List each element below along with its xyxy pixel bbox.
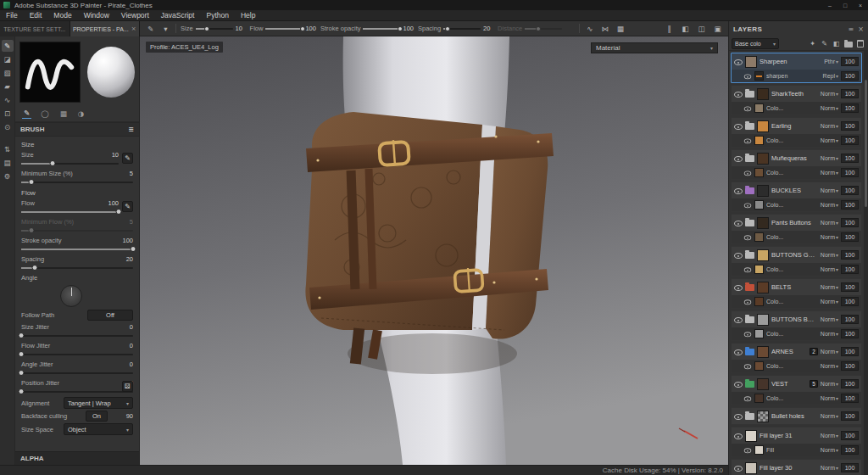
- viewport-split-icon[interactable]: ◫: [696, 23, 707, 34]
- channel-thumbnail[interactable]: [754, 168, 764, 177]
- layer-thumbnail[interactable]: [757, 378, 769, 390]
- layer-name[interactable]: Sharpeen: [760, 58, 821, 65]
- visibility-icon[interactable]: [744, 73, 752, 80]
- opacity-field[interactable]: 100: [841, 71, 859, 81]
- pause-engine-icon[interactable]: ‖: [664, 23, 675, 34]
- opacity-field[interactable]: 100: [841, 200, 859, 210]
- layer-thumbnail[interactable]: [757, 411, 769, 422]
- blend-mode-dropdown[interactable]: Norm▾: [821, 413, 838, 419]
- opacity-field[interactable]: 100: [841, 329, 859, 338]
- opacity-field[interactable]: 100: [841, 394, 859, 403]
- param-size-slider[interactable]: [21, 160, 119, 167]
- layer-name[interactable]: Fill layer 31: [760, 432, 818, 439]
- visibility-icon[interactable]: [744, 363, 752, 370]
- toolbar-param-slider[interactable]: [265, 25, 303, 32]
- toolbar-param-spacing[interactable]: Spacing 20: [418, 25, 493, 32]
- paint-tool-icon[interactable]: ✎: [2, 40, 14, 52]
- brush-tab-icon[interactable]: ✎: [22, 108, 31, 119]
- layer-vest[interactable]: VEST 5 Norm▾ 100 Colo... Norm▾ 100: [731, 375, 862, 405]
- material-tab-icon[interactable]: ◑: [76, 109, 86, 119]
- opacity-field[interactable]: 100: [841, 347, 859, 356]
- opacity-field[interactable]: 100: [841, 57, 859, 66]
- layer-thumbnail[interactable]: [757, 88, 769, 100]
- opacity-field[interactable]: 100: [841, 89, 859, 98]
- brush-preset-icon[interactable]: ✎: [145, 23, 156, 34]
- param-angle-jitter-slider[interactable]: [21, 370, 133, 377]
- channel-name[interactable]: Colo...: [766, 266, 818, 272]
- opacity-field[interactable]: 100: [841, 186, 859, 195]
- alpha-section-header[interactable]: ALPHA: [15, 451, 139, 465]
- visibility-icon[interactable]: [734, 316, 743, 323]
- blend-mode-dropdown[interactable]: Norm▾: [821, 234, 838, 240]
- channel-name[interactable]: Colo...: [766, 202, 818, 208]
- layer-name[interactable]: BUCKLES: [771, 187, 818, 194]
- channel-thumbnail[interactable]: [754, 232, 764, 242]
- layer-name[interactable]: Bullet holes: [771, 412, 818, 420]
- opacity-field[interactable]: 100: [841, 136, 859, 145]
- blend-mode-dropdown[interactable]: Norm▾: [821, 284, 838, 290]
- layer-thumbnail[interactable]: [757, 249, 769, 261]
- layer-name[interactable]: BUTTONS BOLT: [771, 316, 818, 323]
- angle-dial[interactable]: [60, 285, 82, 307]
- visibility-icon[interactable]: [734, 251, 743, 259]
- param-stroke-opacity-slider[interactable]: [21, 246, 133, 253]
- toolbar-param-slider[interactable]: [443, 25, 481, 32]
- export-icon[interactable]: ⇅: [2, 143, 14, 155]
- eraser-tool-icon[interactable]: ◪: [2, 53, 14, 65]
- blend-mode-dropdown[interactable]: Norm▾: [821, 105, 838, 111]
- layer-thumbnail[interactable]: [745, 462, 757, 474]
- layer-thumbnail[interactable]: [757, 217, 769, 229]
- material-picker-icon[interactable]: ⊙: [2, 121, 14, 133]
- layer-buckles[interactable]: BUCKLES Norm▾ 100 Colo... Norm▾ 100: [731, 182, 862, 212]
- channel-name[interactable]: Colo...: [766, 395, 818, 401]
- param-minimum-size-slider[interactable]: [21, 179, 133, 186]
- shader-dropdown[interactable]: Material ▾: [591, 42, 718, 53]
- material-sphere-preview[interactable]: [87, 47, 135, 98]
- layer-name[interactable]: Fill layer 30: [760, 464, 818, 472]
- layer-channel-row[interactable]: Colo... Norm▾ 100: [732, 327, 861, 340]
- maximize-button[interactable]: □: [837, 0, 853, 10]
- blend-mode-dropdown[interactable]: Repl▾: [823, 73, 838, 79]
- menu-item-python[interactable]: Python: [200, 10, 234, 21]
- layer-row[interactable]: BUTTONS GOLD Norm▾ 100: [732, 247, 861, 263]
- layer-channel-row[interactable]: sharpen Repl▾ 100: [732, 70, 861, 82]
- layer-channel-row[interactable]: Colo... Norm▾ 100: [732, 231, 861, 243]
- blend-mode-dropdown[interactable]: Norm▾: [821, 363, 838, 369]
- layer-thumbnail[interactable]: [757, 282, 769, 293]
- blend-mode-dropdown[interactable]: Norm▾: [821, 299, 838, 305]
- channel-thumbnail[interactable]: [754, 329, 764, 338]
- blend-mode-dropdown[interactable]: Norm▾: [821, 187, 838, 193]
- layer-thumbnail[interactable]: [745, 56, 757, 68]
- layer-arnes[interactable]: ARNES 2 Norm▾ 100 Colo... Norm▾ 100: [731, 343, 862, 373]
- add-mask-icon[interactable]: ✦: [807, 38, 818, 49]
- visibility-icon[interactable]: [744, 331, 752, 338]
- blend-mode-dropdown[interactable]: Norm▾: [821, 170, 838, 176]
- blend-mode-dropdown[interactable]: Norm▾: [821, 266, 838, 272]
- visibility-icon[interactable]: [744, 447, 752, 454]
- blend-mode-dropdown[interactable]: Norm▾: [821, 155, 838, 161]
- add-fill-layer-icon[interactable]: ◧: [831, 38, 842, 49]
- close-button[interactable]: ×: [853, 0, 868, 10]
- layer-buttons-bolt[interactable]: BUTTONS BOLT Norm▾ 100 Colo... Norm▾ 100: [731, 310, 862, 341]
- channel-name[interactable]: Colo...: [766, 170, 818, 176]
- viewport-3d[interactable]: Profile: ACES_UE4_Log Material ▾: [140, 36, 728, 465]
- layer-thumbnail[interactable]: [757, 185, 769, 197]
- layer-name[interactable]: VEST: [771, 380, 807, 388]
- channel-name[interactable]: Colo...: [766, 299, 818, 305]
- layer-row[interactable]: BUTTONS BOLT Norm▾ 100: [732, 311, 861, 327]
- menu-item-edit[interactable]: Edit: [24, 10, 48, 21]
- toolbar-param-size[interactable]: Size 10: [181, 25, 246, 32]
- visibility-icon[interactable]: [734, 219, 743, 226]
- layer-row[interactable]: VEST 5 Norm▾ 100: [732, 376, 861, 392]
- tab-texture-set-settings[interactable]: TEXTURE SET SETT...: [0, 21, 70, 36]
- visibility-icon[interactable]: [734, 348, 743, 355]
- layer-channel-row[interactable]: Colo... Norm▾ 100: [732, 166, 861, 179]
- layer-row[interactable]: Bullet holes Norm▾ 100: [732, 408, 861, 424]
- channel-name[interactable]: Colo...: [766, 331, 818, 337]
- tab-properties-paint[interactable]: PROPERTIES - PA... ×: [70, 21, 141, 36]
- layer-channel-row[interactable]: Colo... Norm▾ 100: [732, 295, 861, 308]
- toolbar-param-flow[interactable]: Flow 100: [250, 25, 316, 32]
- menu-item-javascript[interactable]: JavaScript: [155, 10, 201, 21]
- param-flow-jitter-slider[interactable]: [21, 351, 133, 358]
- delete-layer-icon[interactable]: [854, 38, 865, 49]
